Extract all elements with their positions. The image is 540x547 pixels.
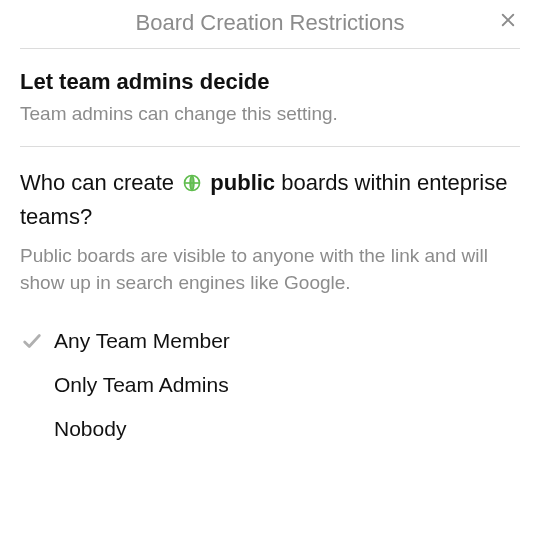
option-any-team-member[interactable]: Any Team Member — [20, 319, 520, 363]
public-explain-text: Public boards are visible to anyone with… — [20, 243, 520, 296]
admin-decide-section: Let team admins decide Team admins can c… — [0, 49, 540, 146]
who-can-create-section: Who can create public boards within ente… — [0, 147, 540, 479]
check-placeholder — [20, 417, 44, 441]
option-only-team-admins[interactable]: Only Team Admins — [20, 363, 520, 407]
close-button[interactable] — [496, 10, 520, 34]
option-nobody[interactable]: Nobody — [20, 407, 520, 451]
option-label: Any Team Member — [54, 329, 230, 353]
who-can-create-question: Who can create public boards within ente… — [20, 167, 520, 234]
dialog-title: Board Creation Restrictions — [135, 10, 404, 36]
option-label: Nobody — [54, 417, 126, 441]
check-icon — [20, 329, 44, 353]
options-list: Any Team Member Only Team Admins Nobody — [20, 319, 520, 461]
admin-decide-heading: Let team admins decide — [20, 69, 520, 95]
dialog-header: Board Creation Restrictions — [0, 0, 540, 48]
visibility-label: public — [210, 170, 275, 195]
admin-decide-subtext: Team admins can change this setting. — [20, 101, 520, 128]
check-placeholder — [20, 373, 44, 397]
option-label: Only Team Admins — [54, 373, 229, 397]
question-prefix: Who can create — [20, 170, 174, 195]
globe-icon — [182, 170, 202, 202]
close-icon — [499, 11, 517, 33]
